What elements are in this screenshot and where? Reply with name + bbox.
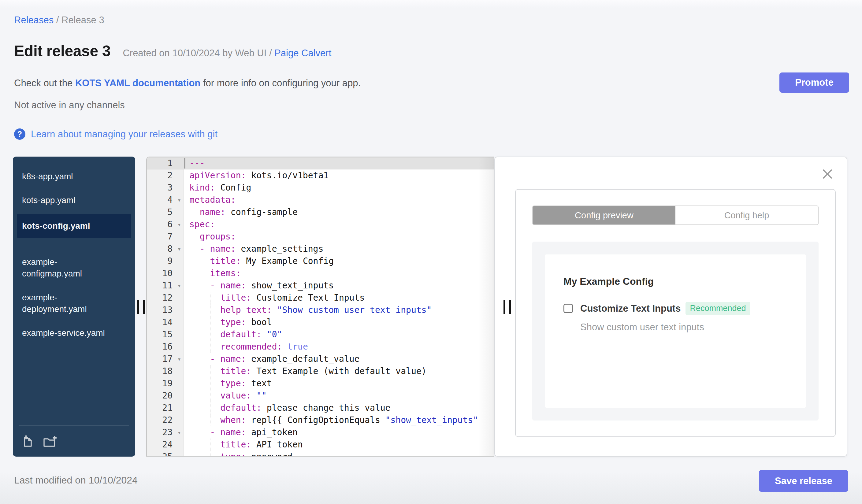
indent-guide: [210, 389, 210, 402]
file-item-example-service.yaml[interactable]: example-service.yaml: [13, 321, 135, 345]
line-number: 13: [147, 304, 184, 316]
file-item-example-deployment.yaml[interactable]: example-deployment.yaml: [13, 286, 135, 321]
new-folder-icon[interactable]: [43, 435, 57, 448]
code-line: 10 items:: [147, 267, 494, 279]
breadcrumb-releases-link[interactable]: Releases: [14, 15, 53, 25]
file-item-example-configmap.yaml[interactable]: example-configmap.yaml: [13, 250, 135, 286]
code-text[interactable]: ---: [184, 157, 494, 170]
line-number: 2: [147, 170, 184, 182]
file-tree-sidebar: k8s-app.yamlkots-app.yamlkots-config.yam…: [13, 157, 135, 456]
config-card: My Example Config Customize Text Inputs …: [545, 254, 806, 408]
code-line: 25 type: password: [147, 451, 494, 456]
fold-arrow-icon[interactable]: ▾: [178, 353, 181, 365]
line-number: 16: [147, 341, 184, 353]
code-text[interactable]: items:: [184, 267, 494, 279]
indent-guide: [210, 365, 210, 377]
tab-config-preview[interactable]: Config preview: [533, 206, 676, 225]
code-text[interactable]: help_text: "Show custom user text inputs…: [184, 304, 494, 316]
code-text[interactable]: type: text: [184, 377, 494, 389]
code-text[interactable]: title: My Example Config: [184, 255, 494, 267]
config-preview-panel: Config preview Config help My Example Co…: [494, 157, 847, 456]
code-text[interactable]: title: Text Example (with default value): [184, 365, 494, 377]
line-number: 22: [147, 414, 184, 426]
tree-spacer: [13, 345, 135, 420]
code-text[interactable]: type: bool: [184, 316, 494, 329]
fold-arrow-icon[interactable]: ▾: [178, 194, 181, 206]
customize-text-inputs-checkbox[interactable]: [563, 304, 573, 313]
config-preview-area: My Example Config Customize Text Inputs …: [532, 242, 819, 421]
file-item-k8s-app.yaml[interactable]: k8s-app.yaml: [13, 164, 135, 188]
question-mark-icon[interactable]: ?: [14, 129, 25, 140]
breadcrumb: Releases / Release 3: [14, 15, 104, 26]
code-line: 4▾metadata:: [147, 194, 494, 206]
git-help-row: ? Learn about managing your releases wit…: [14, 129, 218, 140]
indent-guide: [210, 402, 210, 414]
code-text[interactable]: type: password: [184, 451, 494, 456]
fold-arrow-icon[interactable]: ▾: [178, 279, 181, 292]
code-line: 13 help_text: "Show custom user text inp…: [147, 304, 494, 316]
code-text[interactable]: title: Customize Text Inputs: [184, 292, 494, 304]
kots-yaml-docs-link[interactable]: KOTS YAML documentation: [75, 78, 200, 88]
code-text[interactable]: name: config-sample: [184, 206, 494, 218]
file-item-kots-app.yaml[interactable]: kots-app.yaml: [13, 188, 135, 212]
code-text[interactable]: spec:: [184, 218, 494, 230]
fold-arrow-icon[interactable]: ▾: [178, 243, 181, 255]
line-number: 8▾: [147, 243, 184, 255]
sidebar-resize-handle[interactable]: [135, 157, 146, 456]
git-releases-link[interactable]: Learn about managing your releases with …: [31, 129, 218, 140]
code-line: 1---: [147, 157, 494, 170]
line-number: 11▾: [147, 279, 184, 292]
tab-config-help[interactable]: Config help: [676, 206, 818, 225]
indent-guide: [210, 341, 210, 353]
code-text[interactable]: when: repl{{ ConfigOptionEquals "show_te…: [184, 414, 494, 426]
code-text[interactable]: - name: example_settings: [184, 243, 494, 255]
code-text[interactable]: apiVersion: kots.io/v1beta1: [184, 170, 494, 182]
grip-bar: [143, 300, 145, 314]
code-line: 19 type: text: [147, 377, 494, 389]
indent-guide: [210, 414, 210, 426]
code-line: 2apiVersion: kots.io/v1beta1: [147, 170, 494, 182]
code-text[interactable]: default: "0": [184, 329, 494, 341]
indent-guide: [210, 451, 210, 456]
code-line: 17▾ - name: example_default_value: [147, 353, 494, 365]
fold-arrow-icon[interactable]: ▾: [178, 426, 181, 439]
new-file-icon[interactable]: [22, 435, 34, 448]
line-number: 19: [147, 377, 184, 389]
indent-guide: [210, 377, 210, 389]
code-text[interactable]: recommended: true: [184, 341, 494, 353]
code-text[interactable]: default: please change this value: [184, 402, 494, 414]
indent-guide: [210, 292, 210, 304]
code-text[interactable]: - name: example_default_value: [184, 353, 494, 365]
code-line: 9 title: My Example Config: [147, 255, 494, 267]
workspace: k8s-app.yamlkots-app.yamlkots-config.yam…: [13, 157, 847, 456]
code-line: 20 value: "": [147, 389, 494, 402]
code-line: 11▾ - name: show_text_inputs: [147, 279, 494, 292]
close-icon[interactable]: [822, 168, 833, 180]
code-text[interactable]: groups:: [184, 230, 494, 243]
yaml-code-editor[interactable]: 1---2apiVersion: kots.io/v1beta13kind: C…: [146, 157, 494, 456]
code-text[interactable]: - name: show_text_inputs: [184, 279, 494, 292]
fold-arrow-icon[interactable]: ▾: [178, 218, 181, 230]
code-text[interactable]: title: API token: [184, 439, 494, 451]
author-link[interactable]: Paige Calvert: [274, 48, 331, 58]
code-line: 5 name: config-sample: [147, 206, 494, 218]
indent-guide: [210, 439, 210, 451]
code-line: 18 title: Text Example (with default val…: [147, 365, 494, 377]
save-release-button[interactable]: Save release: [759, 470, 848, 492]
code-line: 3kind: Config: [147, 182, 494, 194]
line-number: 21: [147, 402, 184, 414]
promote-button[interactable]: Promote: [780, 72, 849, 93]
code-line: 22 when: repl{{ ConfigOptionEquals "show…: [147, 414, 494, 426]
config-item-row: Customize Text Inputs Recommended: [563, 302, 787, 315]
code-text[interactable]: kind: Config: [184, 182, 494, 194]
docs-text-before: Check out the: [14, 78, 75, 88]
code-text[interactable]: - name: api_token: [184, 426, 494, 439]
code-line: 8▾ - name: example_settings: [147, 243, 494, 255]
line-number: 18: [147, 365, 184, 377]
code-text[interactable]: metadata:: [184, 194, 494, 206]
code-text[interactable]: value: "": [184, 389, 494, 402]
line-number: 17▾: [147, 353, 184, 365]
file-item-kots-config.yaml[interactable]: kots-config.yaml: [17, 214, 131, 238]
grip-bar: [504, 300, 505, 314]
panel-resize-handle[interactable]: [504, 300, 511, 314]
